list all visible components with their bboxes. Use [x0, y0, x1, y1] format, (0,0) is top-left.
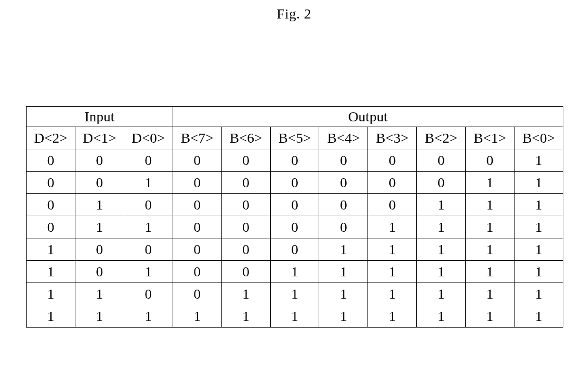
- cell: 1: [75, 305, 124, 328]
- cell: 0: [173, 238, 221, 261]
- cell: 0: [221, 149, 270, 172]
- cell: 1: [75, 283, 124, 305]
- cell: 0: [75, 261, 124, 283]
- cell: 1: [221, 283, 270, 305]
- cell: 0: [270, 172, 319, 194]
- cell: 1: [221, 305, 270, 328]
- cell: 1: [417, 283, 466, 305]
- cell: 0: [319, 194, 368, 216]
- cell: 0: [75, 238, 124, 261]
- col-d1: D<1>: [75, 127, 124, 149]
- header-row-columns: D<2> D<1> D<0> B<7> B<6> B<5> B<4> B<3> …: [27, 127, 563, 149]
- cell: 0: [319, 172, 368, 194]
- cell: 0: [173, 194, 221, 216]
- cell: 0: [221, 194, 270, 216]
- cell: 1: [319, 305, 368, 328]
- cell: 0: [270, 194, 319, 216]
- cell: 1: [466, 305, 514, 328]
- col-b3: B<3>: [368, 127, 417, 149]
- cell: 1: [270, 261, 319, 283]
- cell: 1: [27, 238, 75, 261]
- cell: 1: [466, 261, 514, 283]
- cell: 0: [124, 149, 173, 172]
- cell: 0: [124, 283, 173, 305]
- table-head: Input Output D<2> D<1> D<0> B<7> B<6> B<…: [27, 107, 563, 149]
- cell: 1: [124, 261, 173, 283]
- cell: 1: [514, 216, 563, 238]
- table-row: 1 0 0 0 0 0 1 1 1 1 1: [27, 238, 563, 261]
- figure-caption: Fig. 2: [0, 6, 588, 22]
- cell: 1: [514, 149, 563, 172]
- col-b2: B<2>: [417, 127, 466, 149]
- cell: 1: [466, 238, 514, 261]
- table-body: 0 0 0 0 0 0 0 0 0 0 1 0 0 1 0 0: [27, 149, 563, 328]
- cell: 1: [417, 216, 466, 238]
- cell: 0: [368, 149, 417, 172]
- col-d0: D<0>: [124, 127, 173, 149]
- cell: 1: [319, 261, 368, 283]
- table-row: 0 0 0 0 0 0 0 0 0 0 1: [27, 149, 563, 172]
- cell: 1: [466, 194, 514, 216]
- cell: 0: [466, 149, 514, 172]
- cell: 1: [417, 261, 466, 283]
- cell: 1: [368, 305, 417, 328]
- cell: 0: [173, 261, 221, 283]
- header-input-group: Input: [27, 107, 173, 127]
- cell: 0: [75, 149, 124, 172]
- cell: 1: [173, 305, 221, 328]
- cell: 1: [466, 172, 514, 194]
- col-b4: B<4>: [319, 127, 368, 149]
- cell: 0: [124, 194, 173, 216]
- cell: 0: [319, 216, 368, 238]
- cell: 0: [173, 149, 221, 172]
- table-row: 1 0 1 0 0 1 1 1 1 1 1: [27, 261, 563, 283]
- cell: 1: [27, 261, 75, 283]
- cell: 0: [221, 261, 270, 283]
- cell: 1: [75, 194, 124, 216]
- cell: 0: [270, 149, 319, 172]
- col-d2: D<2>: [27, 127, 75, 149]
- cell: 1: [466, 283, 514, 305]
- cell: 1: [27, 283, 75, 305]
- cell: 1: [514, 283, 563, 305]
- cell: 1: [270, 283, 319, 305]
- cell: 0: [124, 238, 173, 261]
- cell: 1: [417, 238, 466, 261]
- col-b6: B<6>: [221, 127, 270, 149]
- cell: 1: [124, 305, 173, 328]
- cell: 1: [514, 238, 563, 261]
- cell: 1: [27, 305, 75, 328]
- header-output-group: Output: [173, 107, 563, 127]
- cell: 1: [368, 261, 417, 283]
- cell: 0: [27, 149, 75, 172]
- cell: 1: [270, 305, 319, 328]
- cell: 0: [270, 238, 319, 261]
- cell: 0: [417, 172, 466, 194]
- cell: 1: [514, 172, 563, 194]
- cell: 0: [173, 172, 221, 194]
- col-b0: B<0>: [514, 127, 563, 149]
- truth-table: Input Output D<2> D<1> D<0> B<7> B<6> B<…: [26, 106, 563, 328]
- table-row: 1 1 0 0 1 1 1 1 1 1 1: [27, 283, 563, 305]
- cell: 0: [417, 149, 466, 172]
- cell: 0: [27, 172, 75, 194]
- cell: 1: [466, 216, 514, 238]
- cell: 1: [417, 194, 466, 216]
- cell: 1: [124, 172, 173, 194]
- page: Fig. 2 Input Output D<2> D<1> D<0> B<7> …: [0, 0, 588, 383]
- cell: 1: [368, 216, 417, 238]
- cell: 1: [514, 305, 563, 328]
- cell: 0: [319, 149, 368, 172]
- truth-table-wrap: Input Output D<2> D<1> D<0> B<7> B<6> B<…: [26, 106, 563, 328]
- cell: 1: [368, 283, 417, 305]
- cell: 0: [368, 194, 417, 216]
- cell: 1: [514, 261, 563, 283]
- cell: 0: [27, 194, 75, 216]
- cell: 0: [173, 283, 221, 305]
- cell: 0: [221, 172, 270, 194]
- cell: 0: [221, 238, 270, 261]
- cell: 0: [75, 172, 124, 194]
- cell: 0: [368, 172, 417, 194]
- cell: 1: [368, 238, 417, 261]
- cell: 1: [124, 216, 173, 238]
